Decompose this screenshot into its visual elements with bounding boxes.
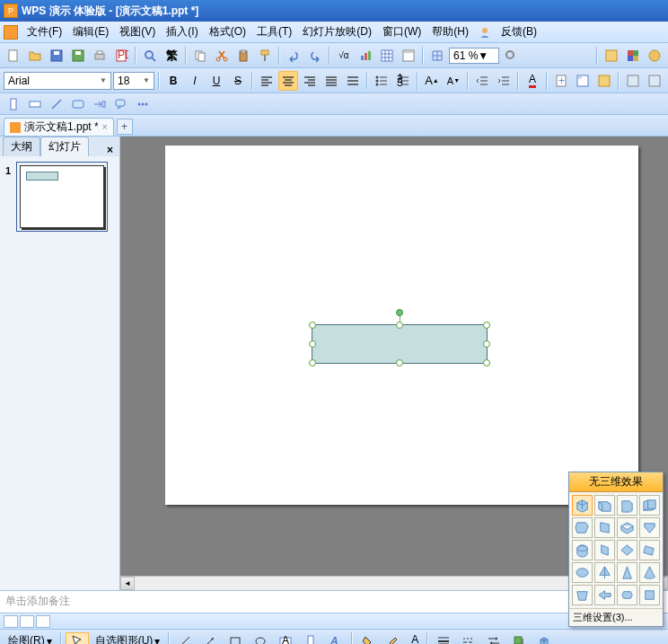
arrow-shape-button[interactable] xyxy=(90,94,110,114)
arrow-tool-button[interactable] xyxy=(198,632,222,645)
3d-preset-4[interactable] xyxy=(639,495,660,516)
menu-edit[interactable]: 编辑(E) xyxy=(67,22,114,41)
textbox-horz-button[interactable] xyxy=(25,94,45,114)
resize-handle-n[interactable] xyxy=(396,322,403,329)
slide-layout-button[interactable] xyxy=(573,71,593,91)
equation-button[interactable]: √α xyxy=(334,46,354,66)
outdent-button[interactable] xyxy=(472,71,492,91)
zoom-fit-button[interactable] xyxy=(501,46,521,66)
rect-tool-button[interactable] xyxy=(224,632,247,645)
close-panel-icon[interactable]: × xyxy=(103,144,117,156)
menu-insert[interactable]: 插入(I) xyxy=(161,22,203,41)
extra-2-button[interactable] xyxy=(645,71,664,91)
tab-slides[interactable]: 幻灯片 xyxy=(40,137,89,156)
resize-handle-ne[interactable] xyxy=(483,322,490,329)
menu-format[interactable]: 格式(O) xyxy=(204,22,251,41)
layout-button[interactable] xyxy=(399,46,418,66)
chart-button[interactable] xyxy=(356,46,375,66)
3d-preset-13[interactable] xyxy=(572,562,593,583)
menu-view[interactable]: 视图(V) xyxy=(114,22,161,41)
italic-button[interactable]: I xyxy=(185,71,205,91)
align-center-button[interactable] xyxy=(278,71,298,91)
rounded-rect-button[interactable] xyxy=(68,94,88,114)
open-button[interactable] xyxy=(25,46,45,66)
resize-handle-w[interactable] xyxy=(309,340,316,348)
align-justify-button[interactable] xyxy=(321,71,341,91)
resize-handle-nw[interactable] xyxy=(309,322,316,329)
3d-preset-8[interactable] xyxy=(639,517,660,538)
redo-button[interactable] xyxy=(305,46,325,66)
textbox-tool-button[interactable]: A xyxy=(274,632,297,645)
menu-feedback[interactable]: 反馈(B) xyxy=(496,22,542,41)
3d-preset-12[interactable] xyxy=(639,540,660,560)
charset-button[interactable]: 繁 xyxy=(162,46,181,66)
format-painter-button[interactable] xyxy=(255,46,275,66)
indent-button[interactable] xyxy=(494,71,514,91)
fill-color-button[interactable] xyxy=(356,632,380,645)
new-button[interactable] xyxy=(4,46,23,66)
saveas-button[interactable] xyxy=(68,46,88,66)
3d-preset-16[interactable] xyxy=(639,562,660,583)
resize-handle-e[interactable] xyxy=(483,340,490,348)
preview-button[interactable] xyxy=(140,46,160,66)
select-tool-button[interactable] xyxy=(66,632,89,645)
menu-window[interactable]: 窗口(W) xyxy=(377,22,426,41)
copy-button[interactable] xyxy=(190,46,210,66)
rotate-handle[interactable] xyxy=(396,309,403,316)
undo-button[interactable] xyxy=(284,46,303,66)
grid-button[interactable] xyxy=(427,46,447,66)
menu-slideshow[interactable]: 幻灯片放映(D) xyxy=(297,22,377,41)
3d-preset-18[interactable] xyxy=(594,585,615,605)
3d-preset-17[interactable] xyxy=(572,585,593,605)
scroll-left-button[interactable]: ◄ xyxy=(120,577,135,590)
close-tab-icon[interactable]: × xyxy=(102,122,108,132)
cut-button[interactable] xyxy=(212,46,232,66)
zoom-combo[interactable]: 61 %▼ xyxy=(449,48,499,64)
callout-button[interactable] xyxy=(111,94,131,114)
3d-preset-2[interactable] xyxy=(594,495,615,516)
add-tab-button[interactable]: + xyxy=(117,119,133,135)
line-button[interactable] xyxy=(47,94,66,114)
font-combo[interactable]: Arial▼ xyxy=(4,72,111,90)
align-left-button[interactable] xyxy=(257,71,277,91)
3d-settings-button[interactable]: 三维设置(3)... xyxy=(569,608,663,626)
table-button[interactable] xyxy=(377,46,397,66)
shadow-style-button[interactable] xyxy=(507,632,531,645)
font-color-button[interactable]: A xyxy=(523,71,542,91)
3d-preset-9[interactable] xyxy=(572,540,593,560)
increase-font-button[interactable]: A▲ xyxy=(422,71,442,91)
menu-tools[interactable]: 工具(T) xyxy=(251,22,297,41)
panel-toggle-2[interactable] xyxy=(623,46,643,66)
line-color-button[interactable] xyxy=(382,632,405,645)
3d-preset-1[interactable] xyxy=(572,495,593,516)
bullets-button[interactable] xyxy=(372,71,391,91)
sorter-view-button[interactable] xyxy=(20,615,34,628)
menu-help[interactable]: 帮助(H) xyxy=(426,22,474,41)
resize-handle-s[interactable] xyxy=(396,359,403,366)
3d-preset-19[interactable] xyxy=(617,585,637,605)
line-tool-button[interactable] xyxy=(173,632,197,645)
decrease-font-button[interactable]: A▼ xyxy=(444,71,463,91)
extra-1-button[interactable] xyxy=(623,71,643,91)
3d-effects-panel[interactable]: 无三维效果 三维设置(3)... xyxy=(568,472,664,627)
resize-handle-sw[interactable] xyxy=(309,359,316,366)
panel-toggle-1[interactable] xyxy=(602,46,621,66)
distribute-button[interactable] xyxy=(343,71,363,91)
selected-rectangle-shape[interactable] xyxy=(312,324,488,364)
panel-toggle-3[interactable] xyxy=(645,46,664,66)
dash-style-button[interactable] xyxy=(457,632,480,645)
3d-preset-20[interactable] xyxy=(639,585,660,605)
font-color-tool-button[interactable]: A xyxy=(407,632,423,645)
slideshow-view-button[interactable] xyxy=(36,615,50,628)
3d-preset-15[interactable] xyxy=(617,562,637,583)
3d-preset-10[interactable] xyxy=(594,540,615,560)
slide-design-button[interactable] xyxy=(594,71,614,91)
tab-outline[interactable]: 大纲 xyxy=(3,137,40,156)
menu-file[interactable]: 文件(F) xyxy=(22,22,67,41)
pdf-button[interactable]: PDF xyxy=(111,46,131,66)
3d-style-button[interactable] xyxy=(532,632,556,645)
numbering-button[interactable]: 123 xyxy=(393,71,413,91)
document-tab[interactable]: 演示文稿1.ppt * × xyxy=(4,118,114,136)
3d-preset-11[interactable] xyxy=(617,540,637,560)
save-button[interactable] xyxy=(47,46,66,66)
